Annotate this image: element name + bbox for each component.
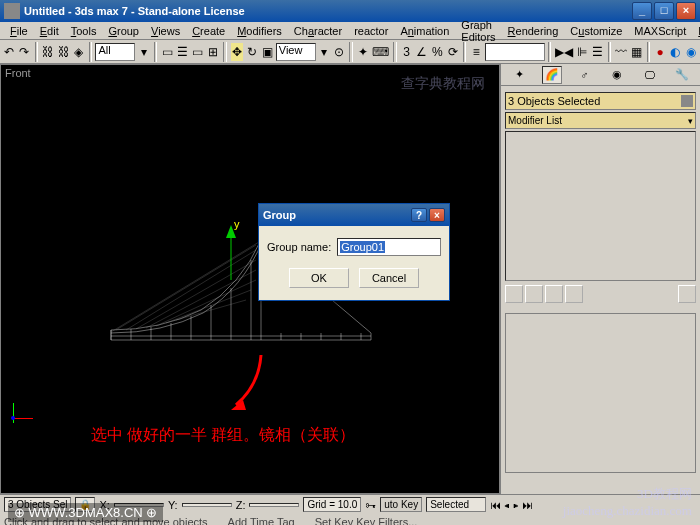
dialog-close-button[interactable]: × [429,208,445,222]
separator [548,42,551,62]
keyfilter-selected[interactable]: Selected [426,497,486,512]
link-button[interactable]: ⛓ [41,42,55,62]
hierarchy-tab[interactable]: ♂ [574,66,594,84]
make-unique-button[interactable] [545,285,563,303]
select-name-button[interactable]: ☰ [175,42,189,62]
dropdown-icon[interactable]: ▾ [317,42,331,62]
menu-edit[interactable]: Edit [34,23,65,39]
menu-help[interactable]: Help [692,23,700,39]
display-tab[interactable]: 🖵 [639,66,659,84]
pin-stack-button[interactable] [505,285,523,303]
quick-render-button[interactable]: ◉ [684,42,698,62]
modifier-list-dropdown[interactable]: Modifier List [505,112,696,129]
menu-group[interactable]: Group [102,23,145,39]
viewport-label: Front [5,67,31,79]
utilities-tab[interactable]: 🔧 [672,66,692,84]
dialog-help-button[interactable]: ? [411,208,427,222]
setkey-label[interactable]: Set Key Key Filters... [315,516,418,525]
window-title: Untitled - 3ds max 7 - Stand-alone Licen… [24,5,630,17]
separator [223,42,226,62]
pivot-button[interactable]: ⊙ [332,42,346,62]
bind-button[interactable]: ◈ [72,42,86,62]
separator [154,42,157,62]
redo-button[interactable]: ↷ [17,42,31,62]
selection-info: 3 Objects Selected [505,92,696,110]
separator [35,42,38,62]
menu-file[interactable]: File [4,23,34,39]
rotate-button[interactable]: ↻ [245,42,259,62]
select-region-button[interactable]: ▭ [191,42,205,62]
modify-tab[interactable]: 🌈 [542,66,562,84]
window-crossing-button[interactable]: ⊞ [206,42,220,62]
svg-line-18 [146,270,256,328]
annotation-arrow [221,350,271,420]
named-sel-button[interactable]: ≡ [469,42,483,62]
modifier-stack[interactable] [505,131,696,281]
z-axis [11,416,15,420]
configure-button[interactable] [678,285,696,303]
menu-grapheditors[interactable]: Graph Editors [455,17,501,45]
dropdown-icon[interactable]: ▾ [136,42,150,62]
move-button[interactable]: ✥ [230,42,244,62]
dialog-titlebar[interactable]: Group ? × [259,204,449,226]
show-result-button[interactable] [525,285,543,303]
menu-character[interactable]: Character [288,23,348,39]
ref-coord-system[interactable]: View [276,43,316,61]
menu-views[interactable]: Views [145,23,186,39]
z-coord-field[interactable] [249,503,299,507]
key-icon: 🗝 [365,499,376,511]
menu-modifiers[interactable]: Modifiers [231,23,288,39]
snap-button[interactable]: 3 [400,42,414,62]
align-button[interactable]: ⊫ [575,42,589,62]
keymode-button[interactable]: ⌨ [371,42,390,62]
close-button[interactable]: × [676,2,696,20]
schematic-button[interactable]: ▦ [629,42,643,62]
layer-button[interactable]: ☰ [590,42,604,62]
render-scene-button[interactable]: ◐ [668,42,682,62]
y-coord-field[interactable] [182,503,232,507]
named-sel-dropdown[interactable] [485,43,545,61]
watermark-3: ⊕ WWW.3DMAX8.CN ⊕ [8,503,163,522]
spinner-snap-button[interactable]: ⟳ [445,42,459,62]
material-button[interactable]: ● [653,42,667,62]
menu-animation[interactable]: Animation [394,23,455,39]
mirror-button[interactable]: ▶◀ [554,42,574,62]
menu-reactor[interactable]: reactor [348,23,394,39]
autokey-button[interactable]: uto Key [380,497,422,512]
angle-snap-button[interactable]: ∠ [415,42,429,62]
manip-button[interactable]: ✦ [356,42,370,62]
watermark-2: 3D教程网 jiaocheng.chazidian.com [563,485,692,519]
select-button[interactable]: ▭ [160,42,174,62]
percent-snap-button[interactable]: % [430,42,444,62]
x-axis [13,418,33,419]
scale-button[interactable]: ▣ [260,42,274,62]
create-tab[interactable]: ✦ [509,66,529,84]
menu-rendering[interactable]: Rendering [502,23,565,39]
maximize-button[interactable]: □ [654,2,674,20]
separator [393,42,396,62]
y-label: Y: [168,499,178,511]
selection-filter[interactable]: All [95,43,135,61]
watermark-1: 查字典教程网 [401,75,485,93]
ok-button[interactable]: OK [289,268,349,288]
unlink-button[interactable]: ⛓ [56,42,70,62]
group-name-input[interactable]: Group01 [337,238,441,256]
motion-tab[interactable]: ◉ [607,66,627,84]
svg-marker-25 [231,400,246,410]
dialog-body: Group name: Group01 OK Cancel [259,226,449,300]
axis-tripod [13,403,43,433]
minimize-button[interactable]: _ [632,2,652,20]
curve-editor-button[interactable]: 〰 [614,42,628,62]
cancel-button[interactable]: Cancel [359,268,419,288]
menu-create[interactable]: Create [186,23,231,39]
remove-mod-button[interactable] [565,285,583,303]
annotation-text: 选中 做好的一半 群组。镜相（关联） [91,425,355,446]
undo-button[interactable]: ↶ [2,42,16,62]
menu-customize[interactable]: Customize [564,23,628,39]
menu-maxscript[interactable]: MAXScript [628,23,692,39]
group-dialog: Group ? × Group name: Group01 OK Cancel [258,203,450,301]
add-time-tag[interactable]: Add Time Tag [228,516,295,525]
window-titlebar: Untitled - 3ds max 7 - Stand-alone Licen… [0,0,700,22]
play-controls[interactable]: ⏮ ◀ ▶ ⏭ [490,499,533,511]
menu-tools[interactable]: Tools [65,23,103,39]
